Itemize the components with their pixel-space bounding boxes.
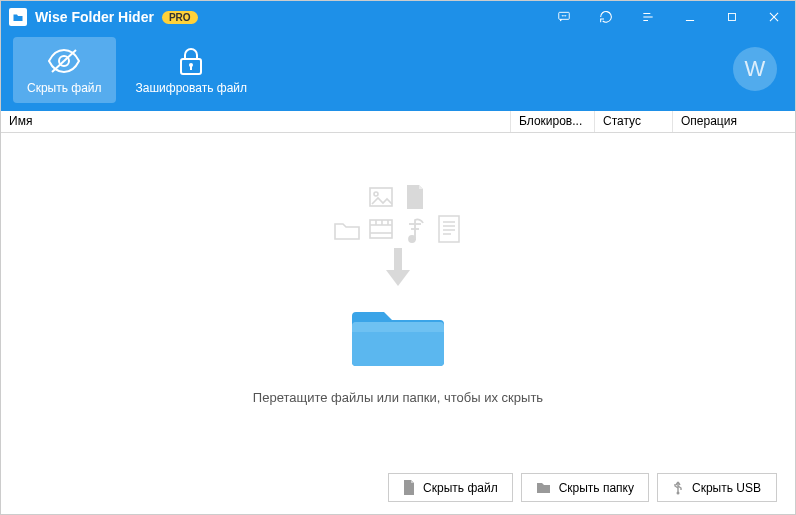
hide-file-tab[interactable]: Скрыть файл: [13, 37, 116, 103]
column-headers: Имя Блокиров... Статус Операция: [1, 111, 795, 133]
svg-point-1: [562, 16, 563, 17]
svg-point-17: [374, 192, 378, 196]
image-icon: [366, 182, 396, 212]
hide-folder-button-label: Скрыть папку: [559, 481, 634, 495]
drop-hint-text: Перетащите файлы или папки, чтобы их скр…: [253, 390, 543, 405]
pro-badge: PRO: [162, 11, 198, 24]
placeholder-graphic: [332, 182, 464, 372]
file-type-icons: [332, 182, 464, 244]
col-lock[interactable]: Блокиров...: [511, 111, 595, 132]
svg-point-2: [564, 16, 565, 17]
app-title: Wise Folder Hider: [35, 9, 154, 25]
col-status[interactable]: Статус: [595, 111, 673, 132]
hide-folder-button[interactable]: Скрыть папку: [521, 473, 649, 502]
close-button[interactable]: [753, 1, 795, 33]
avatar[interactable]: W: [733, 47, 777, 91]
hide-usb-button[interactable]: Скрыть USB: [657, 473, 777, 502]
folder-icon: [536, 481, 551, 494]
svg-point-3: [565, 16, 566, 17]
svg-rect-8: [729, 14, 736, 21]
folder-small-icon: [332, 214, 362, 244]
eye-slash-icon: [46, 45, 82, 77]
feedback-icon[interactable]: [543, 1, 585, 33]
lock-icon: [177, 45, 205, 77]
hide-file-button-label: Скрыть файл: [423, 481, 498, 495]
main-drop-area[interactable]: Перетащите файлы или папки, чтобы их скр…: [1, 133, 795, 473]
action-row: Скрыть файл Скрыть папку Скрыть USB: [1, 473, 795, 515]
refresh-icon[interactable]: [585, 1, 627, 33]
usb-icon: [672, 480, 684, 495]
svg-point-24: [409, 236, 415, 242]
minimize-button[interactable]: [669, 1, 711, 33]
col-name[interactable]: Имя: [1, 111, 511, 132]
menu-icon[interactable]: [627, 1, 669, 33]
doc-icon: [434, 214, 464, 244]
pdf-icon: [400, 182, 430, 212]
encrypt-file-tab[interactable]: Зашифровать файл: [122, 37, 261, 103]
avatar-letter: W: [745, 56, 766, 82]
maximize-button[interactable]: [711, 1, 753, 33]
big-folder-icon: [350, 296, 446, 372]
app-icon: [9, 8, 27, 26]
hide-file-tab-label: Скрыть файл: [27, 81, 102, 95]
file-icon: [403, 480, 415, 495]
svg-rect-27: [439, 216, 459, 242]
col-operation[interactable]: Операция: [673, 111, 795, 132]
arrow-down-icon: [380, 246, 416, 292]
encrypt-file-tab-label: Зашифровать файл: [136, 81, 247, 95]
music-icon: [400, 214, 430, 244]
toolbar: Скрыть файл Зашифровать файл W: [1, 33, 795, 111]
video-icon: [366, 214, 396, 244]
hide-file-button[interactable]: Скрыть файл: [388, 473, 513, 502]
titlebar: Wise Folder Hider PRO: [1, 1, 795, 33]
hide-usb-button-label: Скрыть USB: [692, 481, 761, 495]
